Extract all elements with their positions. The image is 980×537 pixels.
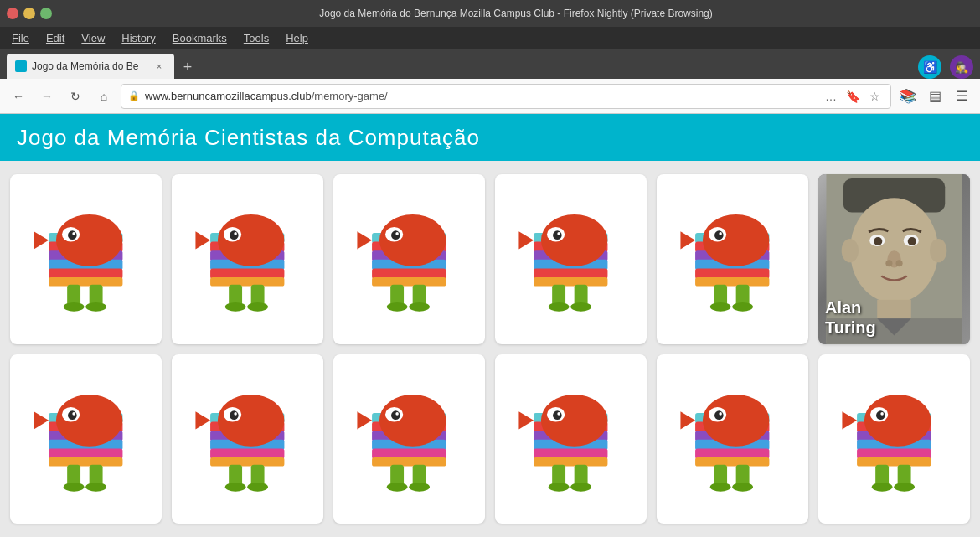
svg-marker-113 — [196, 411, 211, 429]
svg-point-130 — [391, 410, 400, 420]
memory-card-6-alan-turing[interactable]: AlanTuring — [818, 174, 970, 344]
svg-rect-95 — [49, 448, 122, 458]
svg-point-180 — [895, 483, 916, 492]
memory-card-2[interactable] — [172, 174, 323, 344]
svg-point-115 — [230, 410, 239, 420]
window-controls[interactable] — [7, 8, 52, 19]
new-tab-button[interactable]: + — [176, 55, 199, 79]
svg-point-175 — [876, 410, 885, 420]
svg-point-179 — [872, 483, 893, 492]
close-button[interactable] — [7, 8, 18, 19]
bookmark-button[interactable]: ☆ — [865, 87, 884, 106]
page-title: Jogo da Memória Cientistas da Computação — [17, 125, 480, 151]
svg-rect-50 — [534, 277, 607, 287]
window-title: Jogo da Memória do Bernunça Mozilla Camp… — [59, 8, 973, 19]
svg-point-131 — [396, 412, 400, 416]
page-header: Jogo da Memória Cientistas da Computação — [0, 114, 980, 161]
svg-rect-111 — [210, 457, 284, 467]
svg-point-165 — [733, 483, 754, 492]
back-button[interactable]: ← — [7, 85, 30, 108]
url-domain: www.bernuncamozillacampus.club — [145, 90, 312, 102]
hamburger-menu-button[interactable]: ☰ — [950, 85, 973, 108]
svg-point-25 — [235, 232, 238, 235]
bernunca-image — [10, 354, 162, 524]
memory-card-3[interactable] — [333, 174, 485, 344]
svg-rect-4 — [49, 269, 122, 279]
memory-card-10[interactable] — [495, 354, 647, 524]
svg-point-145 — [553, 410, 562, 420]
url-bar[interactable]: 🔒 www.bernuncamozillacampus.club/memory-… — [121, 84, 891, 109]
svg-point-104 — [64, 483, 85, 492]
accessibility-icon[interactable]: ♿ — [918, 55, 941, 79]
title-bar: Jogo da Memória do Bernunça Mozilla Camp… — [0, 0, 980, 27]
svg-point-14 — [86, 302, 107, 312]
card-grid: AlanTuring — [0, 161, 980, 537]
svg-point-10 — [73, 232, 76, 235]
bernunca-image — [333, 354, 485, 524]
home-button[interactable]: ⌂ — [92, 85, 116, 108]
svg-point-54 — [553, 231, 562, 240]
svg-rect-110 — [210, 448, 284, 458]
menu-bar: File Edit View History Bookmarks Tools H… — [0, 27, 980, 49]
svg-rect-5 — [49, 277, 122, 287]
svg-rect-35 — [372, 277, 446, 287]
tab-close-button[interactable]: × — [152, 59, 166, 73]
memory-card-9[interactable] — [333, 354, 485, 524]
menu-help[interactable]: Help — [277, 30, 317, 46]
memory-card-5[interactable] — [657, 174, 808, 344]
pocket-button[interactable]: 🔖 — [843, 87, 862, 106]
svg-marker-158 — [681, 411, 696, 429]
svg-marker-22 — [196, 232, 211, 250]
svg-rect-156 — [695, 457, 769, 467]
library-button[interactable]: 📚 — [896, 85, 920, 108]
memory-card-11[interactable] — [657, 354, 808, 524]
svg-marker-52 — [519, 232, 534, 250]
svg-point-28 — [225, 302, 246, 312]
svg-point-146 — [558, 412, 561, 416]
svg-point-149 — [549, 483, 570, 492]
active-tab[interactable]: Jogo da Memória do Be × — [7, 54, 174, 79]
memory-card-1[interactable] — [10, 174, 162, 344]
svg-point-70 — [720, 232, 723, 235]
svg-rect-20 — [210, 277, 284, 287]
svg-point-116 — [235, 412, 238, 416]
menu-view[interactable]: View — [73, 30, 113, 46]
menu-edit[interactable]: Edit — [38, 30, 73, 46]
url-path: /memory-game/ — [312, 90, 388, 102]
svg-marker-173 — [843, 411, 858, 429]
svg-point-100 — [68, 410, 77, 420]
minimize-button[interactable] — [23, 8, 35, 19]
svg-point-59 — [571, 302, 592, 312]
forward-button[interactable]: → — [35, 85, 59, 108]
memory-card-4[interactable] — [495, 174, 647, 344]
memory-card-8[interactable] — [172, 354, 323, 524]
sidebar-button[interactable]: ▤ — [923, 85, 946, 108]
tab-bar: Jogo da Memória do Be × + ♿ 🕵 — [0, 49, 980, 79]
menu-bookmarks[interactable]: Bookmarks — [164, 30, 235, 46]
url-action-buttons: … 🔖 ☆ — [822, 87, 884, 106]
bernunca-image — [172, 174, 323, 344]
svg-marker-143 — [519, 411, 534, 429]
svg-rect-170 — [857, 448, 931, 458]
svg-point-161 — [720, 412, 723, 416]
maximize-button[interactable] — [40, 8, 52, 19]
memory-card-12[interactable] — [818, 354, 970, 524]
menu-file[interactable]: File — [3, 30, 38, 46]
svg-rect-126 — [372, 457, 446, 467]
svg-point-40 — [396, 232, 400, 235]
memory-card-7[interactable] — [10, 354, 162, 524]
bernunca-image — [657, 354, 808, 524]
svg-marker-98 — [34, 411, 49, 429]
svg-point-134 — [387, 483, 408, 492]
svg-point-176 — [881, 412, 885, 416]
menu-tools[interactable]: Tools — [235, 30, 277, 46]
private-browsing-icon[interactable]: 🕵 — [950, 55, 973, 79]
more-url-button[interactable]: … — [822, 87, 840, 106]
svg-rect-125 — [372, 448, 446, 458]
svg-point-119 — [225, 483, 246, 492]
svg-rect-19 — [210, 269, 284, 279]
svg-rect-141 — [534, 457, 607, 467]
svg-rect-140 — [534, 448, 607, 458]
menu-history[interactable]: History — [113, 30, 163, 46]
reload-button[interactable]: ↻ — [64, 85, 87, 108]
